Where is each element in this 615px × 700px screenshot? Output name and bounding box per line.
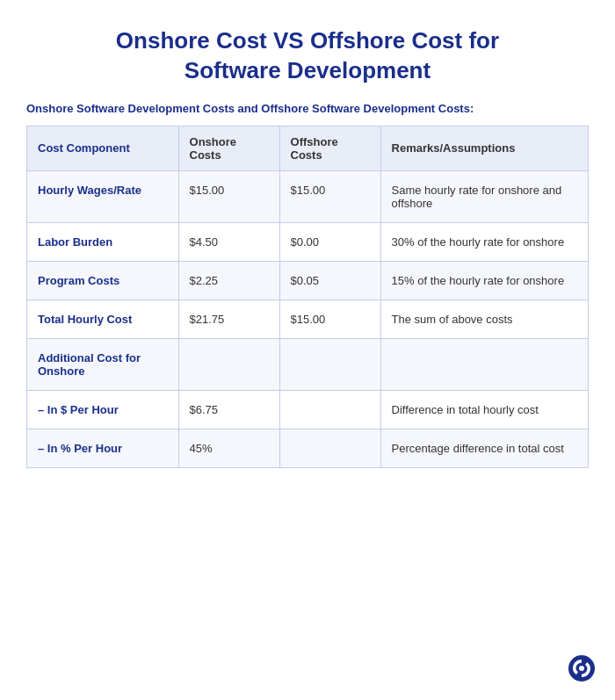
- table-row: Hourly Wages/Rate$15.00$15.00Same hourly…: [27, 170, 589, 222]
- table-row: Additional Cost for Onshore: [27, 338, 589, 390]
- cell-offshore: $15.00: [279, 299, 380, 338]
- table-row: Labor Burden$4.50$0.0030% of the hourly …: [27, 222, 589, 261]
- cell-remarks: Difference in total hourly cost: [380, 390, 588, 429]
- cell-onshore: $6.75: [178, 390, 279, 429]
- header-component: Cost Component: [27, 126, 179, 170]
- brand-logo-icon: [568, 654, 596, 682]
- cell-offshore: $0.05: [279, 261, 380, 299]
- cell-onshore: 45%: [178, 429, 279, 467]
- svg-point-1: [579, 666, 584, 671]
- cell-component: – In $ Per Hour: [27, 390, 179, 429]
- cell-onshore: $21.75: [178, 299, 279, 338]
- cell-component: Hourly Wages/Rate: [27, 170, 179, 222]
- table-header-row: Cost Component Onshore Costs Offshore Co…: [27, 126, 589, 170]
- table-row: – In % Per Hour45%Percentage difference …: [27, 429, 589, 467]
- cell-offshore: [279, 429, 380, 467]
- cell-onshore: $2.25: [178, 261, 279, 299]
- cell-remarks: 30% of the hourly rate for onshore: [380, 222, 588, 261]
- cell-offshore: $0.00: [279, 222, 380, 261]
- cell-offshore: [279, 338, 380, 390]
- logo-area: [568, 654, 596, 686]
- cell-onshore: [178, 338, 279, 390]
- header-offshore: Offshore Costs: [279, 126, 380, 170]
- header-onshore: Onshore Costs: [178, 126, 279, 170]
- cell-onshore: $15.00: [178, 170, 279, 222]
- page-container: Onshore Cost VS Offshore Cost for Softwa…: [0, 0, 615, 700]
- cell-remarks: [380, 338, 588, 390]
- cell-remarks: Percentage difference in total cost: [380, 429, 588, 467]
- page-subtitle: Onshore Software Development Costs and O…: [26, 102, 589, 115]
- cost-comparison-table: Cost Component Onshore Costs Offshore Co…: [26, 126, 589, 468]
- cell-offshore: $15.00: [279, 170, 380, 222]
- table-row: Program Costs$2.25$0.0515% of the hourly…: [27, 261, 589, 299]
- cell-remarks: 15% of the hourly rate for onshore: [380, 261, 588, 299]
- cell-remarks: The sum of above costs: [380, 299, 588, 338]
- table-row: Total Hourly Cost$21.75$15.00The sum of …: [27, 299, 589, 338]
- table-row: – In $ Per Hour$6.75Difference in total …: [27, 390, 589, 429]
- cell-remarks: Same hourly rate for onshore and offshor…: [380, 170, 588, 222]
- cell-onshore: $4.50: [178, 222, 279, 261]
- cell-component: – In % Per Hour: [27, 429, 179, 467]
- header-remarks: Remarks/Assumptions: [380, 126, 588, 170]
- page-title: Onshore Cost VS Offshore Cost for Softwa…: [26, 26, 589, 86]
- cell-component: Labor Burden: [27, 222, 179, 261]
- cell-offshore: [279, 390, 380, 429]
- cell-component: Total Hourly Cost: [27, 299, 179, 338]
- cell-component: Additional Cost for Onshore: [27, 338, 179, 390]
- cell-component: Program Costs: [27, 261, 179, 299]
